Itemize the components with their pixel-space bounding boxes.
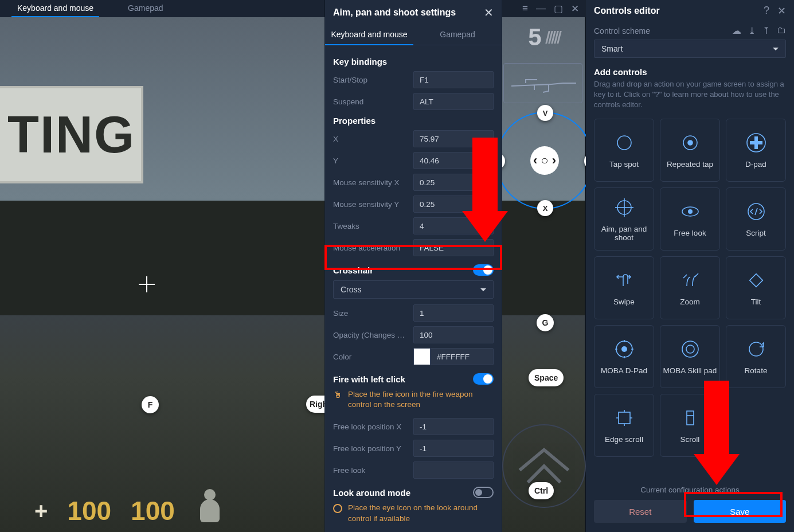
hud-health: + 100 100 [34,495,220,526]
tile-edge-scroll[interactable]: Edge scroll [594,394,654,457]
tile-label: Zoom [680,298,700,306]
tab-keyboard-mouse[interactable]: Keyboard and mouse [325,24,413,45]
hamburger-icon[interactable]: ≡ [522,3,528,14]
tile-moba-skill[interactable]: MOBA Skill pad [660,325,720,388]
tile-swipe[interactable]: Swipe [594,256,654,319]
label-flx: Free look position X [333,423,408,431]
scroll-icon [679,406,702,429]
hp-value-2: 100 [131,495,175,526]
import-icon[interactable]: ⤓ [748,25,756,36]
tile-label: Repeated tap [667,160,713,169]
mouse-icon: 🖱 [333,390,342,400]
tab-keyboard-mouse-top[interactable]: Keyboard and mouse [0,0,111,17]
minimize-icon[interactable]: — [536,3,546,14]
label-color: Color [333,353,408,361]
input-color[interactable]: #FFFFFF [431,348,494,365]
input-flx[interactable]: -1 [413,418,494,435]
tab-gamepad[interactable]: Gamepad [413,24,502,45]
export-icon[interactable]: ⤒ [762,25,770,36]
tile-rotate[interactable]: Rotate [726,325,786,388]
section-look-mode: Look around mode [333,488,410,498]
chevron-down-icon [773,48,779,50]
moba-dpad-icon [613,338,636,361]
key-x[interactable]: X [537,200,553,216]
help-icon[interactable]: ? [764,5,769,17]
label-x: X [333,135,408,143]
svg-point-17 [749,342,763,356]
tile-label: Tap spot [609,160,639,169]
label-y: Y [333,157,408,165]
tile-label: Script [746,229,766,237]
key-v[interactable]: V [537,105,553,121]
toggle-look-mode[interactable] [473,487,494,498]
input-fly[interactable]: -1 [413,440,494,457]
input-msy[interactable]: 0.25 [413,195,494,213]
scheme-selected: Smart [601,44,623,53]
label-msy: Mouse sensitivity Y [333,200,408,209]
svg-point-0 [617,136,631,150]
tile-tap-spot[interactable]: Tap spot [594,119,654,182]
svg-rect-19 [687,411,694,425]
reset-button[interactable]: Reset [594,500,687,523]
tab-gamepad-top[interactable]: Gamepad [111,0,180,17]
rotate-icon [745,338,768,361]
tile-label: MOBA D-Pad [601,366,647,375]
tile-dpad[interactable]: D-pad [726,119,786,182]
input-suspend[interactable]: ALT [413,93,494,110]
label-start-stop: Start/Stop [333,76,408,84]
input-start-stop[interactable]: F1 [413,71,494,88]
label-msx: Mouse sensitivity X [333,178,408,187]
svg-point-14 [621,346,627,352]
key-g[interactable]: G [537,314,554,331]
window-chrome: ≡ — ▢ ✕ [502,0,586,17]
scheme-select[interactable]: Smart [594,40,786,58]
weapon-slot[interactable] [503,63,582,103]
tile-label: Rotate [745,366,768,375]
settings-title: Aim, pan and shoot settings [333,7,456,18]
input-x[interactable]: 75.97 [413,130,494,147]
tile-repeated-tap[interactable]: Repeated tap [660,119,720,182]
chevron-down-icon [480,288,486,291]
tile-tilt[interactable]: Tilt [726,256,786,319]
section-fire-left: Fire with left click [333,374,405,384]
input-y[interactable]: 40.46 [413,152,494,169]
tile-aim-pan-shoot[interactable]: Aim, pan and shoot [594,187,654,251]
input-opacity[interactable]: 100 [413,326,494,343]
tile-free-look[interactable]: Free look [660,187,720,251]
section-keybindings: Key bindings [333,57,494,66]
select-crosshair-shape[interactable]: Cross [333,280,494,299]
add-controls-title: Add controls [594,67,786,77]
edge-scroll-icon [613,406,636,429]
key-f[interactable]: F [142,396,159,413]
close-window-icon[interactable]: ✕ [571,3,579,15]
toggle-fire-left[interactable] [473,373,494,385]
input-mouse-accel[interactable]: FALSE [413,239,494,256]
input-size[interactable]: 1 [413,304,494,322]
key-space[interactable]: Space [529,369,564,386]
scheme-label: Control scheme [594,26,650,36]
label-freelook: Free look [333,466,408,475]
folder-icon[interactable]: 🗀 [777,25,786,36]
add-controls-desc: Drag and drop an action on your game scr… [594,79,786,111]
close-settings-icon[interactable]: ✕ [484,6,494,19]
tile-scroll[interactable]: Scroll [660,394,720,457]
aim-icon [613,196,636,219]
moba-skill-icon [679,338,702,361]
swipe-icon [613,269,636,292]
tile-zoom[interactable]: Zoom [660,256,720,319]
maximize-icon[interactable]: ▢ [554,3,563,15]
radio-look-hint[interactable] [333,504,342,513]
input-freelook[interactable] [413,461,494,479]
input-msx[interactable]: 0.25 [413,174,494,191]
close-editor-icon[interactable]: ✕ [777,5,786,17]
cloud-upload-icon[interactable]: ☁ [732,25,741,36]
dpad-overlay[interactable]: ‹ ○ › V Z C X [496,112,593,209]
tile-moba-dpad[interactable]: MOBA D-Pad [594,325,654,388]
toggle-crosshair[interactable] [473,264,494,276]
color-swatch[interactable] [413,348,431,365]
save-button[interactable]: Save [694,500,787,523]
tile-script[interactable]: Script [726,187,786,251]
input-tweaks[interactable]: 4 [413,217,494,234]
ammo-count: 5 [528,24,541,51]
settings-panel: Aim, pan and shoot settings ✕ Keyboard a… [324,0,502,532]
